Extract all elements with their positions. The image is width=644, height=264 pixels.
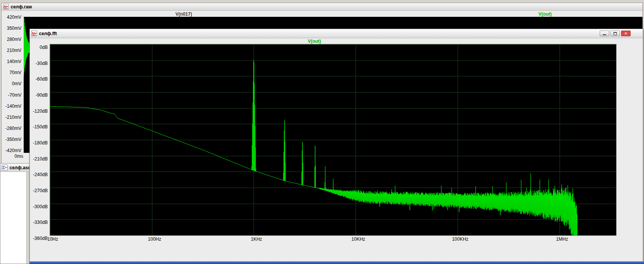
- raw-window-titlebar[interactable]: селф.raw: [2, 3, 642, 11]
- close-icon: ✕: [624, 32, 627, 36]
- raw-y-tick-label: 0mV: [12, 81, 21, 86]
- fft-window-title: селф.fft: [39, 31, 57, 36]
- raw-x-axis-first-tick: 0ms: [15, 154, 23, 159]
- fft-y-tick-label: -120dB: [33, 109, 48, 114]
- fft-y-tick-label: 0dB: [40, 45, 48, 50]
- fft-y-tick-label: -150dB: [33, 124, 48, 130]
- fft-x-tick-label: 1MHz: [556, 236, 568, 242]
- minimize-button[interactable]: [600, 31, 609, 36]
- maximize-button[interactable]: [610, 31, 620, 36]
- waveform-file-icon[interactable]: [31, 31, 37, 36]
- fft-y-tick-label: -300dB: [33, 204, 48, 209]
- trace-label-vn017[interactable]: V(n017): [161, 11, 207, 17]
- raw-y-tick-label: 70mV: [10, 70, 21, 75]
- taskbar-edge[interactable]: [29, 261, 644, 264]
- raw-y-tick-label: -420mV: [5, 148, 21, 153]
- fft-y-axis[interactable]: 0dB-30dB-60dB-90dB-120dB-150dB-180dB-210…: [30, 44, 49, 236]
- desktop: селф.raw V(n017) V(out) 420mV350mV280mV2…: [0, 0, 644, 264]
- fft-plot-pane[interactable]: V(out) 0dB-30dB-60dB-90dB-120dB-150dB-18…: [30, 38, 643, 264]
- raw-y-axis[interactable]: 420mV350mV280mV210mV140mV70mV0mV-70mV-14…: [2, 11, 23, 155]
- schematic-window-titlebar[interactable]: селф.asc: [0, 164, 29, 172]
- fft-trace-label-vout[interactable]: V(out): [288, 39, 341, 44]
- raw-y-tick-label: -280mV: [5, 126, 21, 131]
- maximize-icon: [613, 32, 617, 35]
- fft-y-tick-label: -60dB: [36, 76, 48, 82]
- fft-y-tick-label: -90dB: [36, 92, 48, 98]
- close-button[interactable]: ✕: [621, 31, 631, 36]
- fft-y-tick-label: -330dB: [33, 220, 48, 225]
- schematic-file-icon[interactable]: [2, 165, 8, 170]
- fft-x-tick-label: 10Hz: [47, 236, 58, 242]
- trace-label-vout[interactable]: V(out): [522, 11, 568, 17]
- fft-window-titlebar[interactable]: селф.fft ✕: [30, 29, 643, 38]
- raw-y-tick-label: 140mV: [7, 59, 21, 64]
- fft-y-tick-label: -180dB: [33, 140, 48, 146]
- waveform-file-icon[interactable]: [3, 4, 9, 10]
- raw-y-tick-label: -70mV: [8, 92, 21, 98]
- fft-y-tick-label: -210dB: [33, 156, 48, 162]
- fft-y-tick-label: -240dB: [33, 172, 48, 177]
- fft-plot-area[interactable]: [50, 44, 616, 236]
- minimize-icon: [603, 34, 606, 35]
- fft-x-tick-label: 1KHz: [251, 236, 262, 242]
- schematic-window[interactable]: селф.asc: [0, 163, 30, 264]
- fft-canvas: [50, 44, 616, 235]
- window-controls: ✕: [600, 31, 631, 36]
- fft-x-tick-label: 100Hz: [148, 236, 161, 242]
- fft-x-tick-label: 10KHz: [351, 236, 365, 242]
- raw-y-tick-label: 420mV: [7, 15, 21, 20]
- raw-y-tick-label: 210mV: [7, 48, 21, 53]
- fft-y-tick-label: -270dB: [33, 188, 48, 193]
- raw-y-tick-label: -210mV: [5, 115, 21, 120]
- schematic-canvas[interactable]: [0, 172, 29, 264]
- raw-y-tick-label: 280mV: [7, 37, 21, 42]
- raw-y-tick-label: -350mV: [5, 137, 21, 142]
- fft-plot-window[interactable]: селф.fft ✕ V(out) 0dB-30dB-60dB-90dB-120…: [29, 29, 643, 264]
- fft-y-tick-label: -30dB: [36, 61, 48, 66]
- raw-window-title: селф.raw: [11, 4, 32, 10]
- schematic-window-title: селф.asc: [10, 165, 29, 170]
- raw-y-tick-label: -140mV: [5, 104, 21, 109]
- schematic-window-scrollbar[interactable]: [26, 172, 29, 264]
- raw-y-tick-label: 350mV: [7, 26, 21, 31]
- fft-x-axis[interactable]: 10Hz100Hz1KHz10KHz100KHz1MHz: [30, 236, 643, 243]
- fft-x-tick-label: 100KHz: [452, 236, 468, 242]
- transient-trace-canvas: [24, 17, 30, 78]
